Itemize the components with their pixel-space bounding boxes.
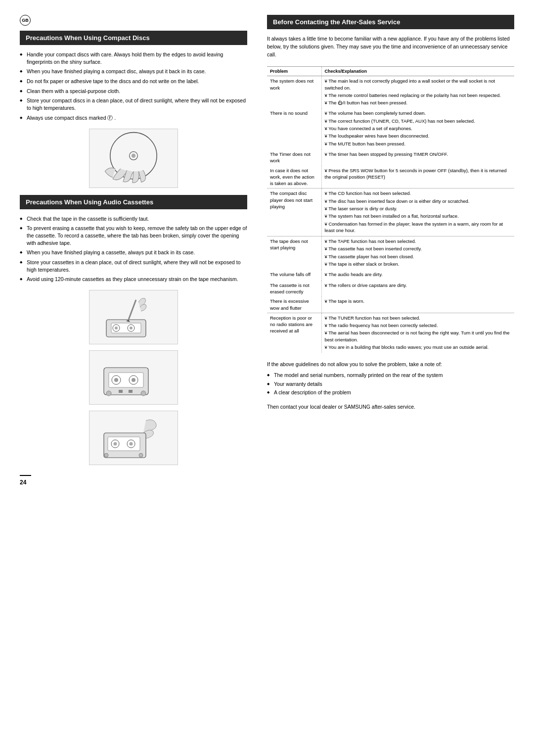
- check-item: The cassette has not been inserted corre…: [325, 245, 512, 252]
- check-item: The TUNER function has not been selected…: [325, 315, 512, 321]
- check-item: Press the SRS WOW button for 5 seconds i…: [325, 167, 512, 181]
- problem-cell: The tape does not start playing: [267, 236, 321, 270]
- cassette-svg-3: [91, 411, 176, 465]
- page-layout: GB Precautions When Using Compact Discs …: [20, 15, 514, 486]
- check-item: You have connected a set of earphones.: [325, 125, 512, 132]
- list-item: Avoid using 120-minute cassettes as they…: [20, 276, 247, 283]
- list-item: When you have finished playing a cassett…: [20, 249, 247, 256]
- svg-rect-17: [119, 390, 123, 393]
- problem-cell: The cassette is not erased correctly: [267, 281, 321, 297]
- table-row: The system does not work The main lead i…: [267, 76, 514, 109]
- check-item: The main lead is not correctly plugged i…: [325, 78, 512, 91]
- intro-text: It always takes a little time to become …: [267, 35, 514, 58]
- check-item: The rollers or drive capstans are dirty.: [325, 282, 512, 288]
- bottom-bullets: The model and serial numbers, normally p…: [267, 372, 514, 396]
- check-item: The TAPE function has not been selected.: [325, 238, 512, 244]
- cassette-svg-2: [91, 353, 176, 402]
- list-item: When you have finished playing a compact…: [20, 68, 247, 75]
- check-item: You are in a building that blocks radio …: [325, 344, 512, 350]
- check-item: The remote control batteries need replac…: [325, 92, 512, 98]
- svg-point-2: [132, 153, 135, 157]
- check-item: The aerial has been disconnected or is n…: [325, 330, 512, 343]
- table-row: The tape does not start playing The TAPE…: [267, 236, 514, 270]
- problem-cell: There is no sound: [267, 108, 321, 149]
- cassette-svg-1: [91, 292, 176, 342]
- right-column: Before Contacting the After-Sales Servic…: [267, 15, 514, 486]
- disc-illustration: [89, 129, 178, 188]
- checks-cell: The timer has been stopped by pressing T…: [321, 149, 514, 166]
- checks-cell: Press the SRS WOW button for 5 seconds i…: [321, 166, 514, 189]
- checks-cell: The tape is worn.: [321, 296, 514, 313]
- check-item: The correct function (TUNER, CD, TAPE, A…: [325, 118, 512, 124]
- svg-point-15: [114, 378, 118, 382]
- bottom-intro: If the above guidelines do not allow you…: [267, 361, 514, 369]
- problem-cell: In case it does not work, even the actio…: [267, 166, 321, 189]
- list-item: The model and serial numbers, normally p…: [267, 372, 514, 379]
- table-row: The Timer does not work The timer has be…: [267, 149, 514, 166]
- check-item: The ⏻/I button has not been pressed.: [325, 99, 512, 106]
- checks-cell: The volume has been completely turned do…: [321, 108, 514, 149]
- section1-header: Precautions When Using Compact Discs: [20, 31, 247, 45]
- left-column: GB Precautions When Using Compact Discs …: [20, 15, 247, 486]
- col-problem-header: Problem: [267, 67, 321, 76]
- check-item: The radio frequency has not been correct…: [325, 322, 512, 329]
- bottom-footer: Then contact your local dealer or SAMSUN…: [267, 403, 514, 411]
- svg-point-16: [132, 378, 135, 382]
- problem-cell: The Timer does not work: [267, 149, 321, 166]
- check-item: The tape is worn.: [325, 298, 512, 304]
- cassette-illustration-3: [89, 411, 178, 465]
- table-row: In case it does not work, even the actio…: [267, 166, 514, 189]
- problem-cell: The volume falls off: [267, 270, 321, 280]
- check-item: The tape is either slack or broken.: [325, 261, 512, 267]
- cassette-illustration-2: [89, 350, 178, 405]
- check-item: The cassette player has not been closed.: [325, 253, 512, 260]
- checks-cell: The TUNER function has not been selected…: [321, 313, 514, 353]
- svg-line-9: [129, 300, 136, 320]
- right-section-header: Before Contacting the After-Sales Servic…: [267, 15, 514, 29]
- table-row: There is excessive wow and flutter The t…: [267, 296, 514, 313]
- list-item: Do not fix paper or adhesive tape to the…: [20, 78, 247, 85]
- problem-cell: The compact disc player does not start p…: [267, 189, 321, 236]
- checks-cell: The main lead is not correctly plugged i…: [321, 76, 514, 109]
- check-item: The loudspeaker wires have been disconne…: [325, 133, 512, 139]
- check-item: The volume has been completely turned do…: [325, 110, 512, 116]
- check-item: Condensation has formed in the player; l…: [325, 221, 512, 234]
- problem-cell: There is excessive wow and flutter: [267, 296, 321, 313]
- list-item: Always use compact discs marked Ⓕ .: [20, 114, 247, 122]
- table-row: There is no sound The volume has been co…: [267, 108, 514, 149]
- svg-point-19: [106, 391, 111, 396]
- problem-cell: Reception is poor or no radio stations a…: [267, 313, 321, 353]
- disc-image-area: [20, 129, 247, 188]
- page-number: 24: [20, 475, 31, 486]
- table-row: Reception is poor or no radio stations a…: [267, 313, 514, 353]
- list-item: Your warranty details: [267, 380, 514, 388]
- table-row: The cassette is not erased correctly The…: [267, 281, 514, 297]
- svg-point-20: [141, 391, 146, 396]
- svg-point-28: [139, 453, 143, 457]
- disc-svg: [89, 129, 178, 188]
- list-item: Handle your compact discs with care. Alw…: [20, 51, 247, 65]
- list-item: Clean them with a special-purpose cloth.: [20, 88, 247, 95]
- checks-cell: The TAPE function has not been selected.…: [321, 236, 514, 270]
- list-item: To prevent erasing a cassette that you w…: [20, 225, 247, 246]
- list-item: Check that the tape in the cassette is s…: [20, 215, 247, 223]
- check-item: The laser sensor is dirty or dusty.: [325, 205, 512, 212]
- bottom-notes: If the above guidelines do not allow you…: [267, 361, 514, 411]
- list-item: Store your cassettes in a clean place, o…: [20, 259, 247, 273]
- list-item: Store your compact discs in a clean plac…: [20, 97, 247, 111]
- check-item: The audio heads are dirty.: [325, 271, 512, 278]
- check-item: The MUTE button has been pressed.: [325, 141, 512, 147]
- check-item: The timer has been stopped by pressing T…: [325, 151, 512, 157]
- problem-cell: The system does not work: [267, 76, 321, 109]
- section1-bullets: Handle your compact discs with care. Alw…: [20, 51, 247, 122]
- gb-badge: GB: [20, 15, 31, 26]
- svg-rect-18: [129, 390, 133, 393]
- checks-cell: The audio heads are dirty.: [321, 270, 514, 280]
- checks-cell: The rollers or drive capstans are dirty.: [321, 281, 514, 297]
- section2-header: Precautions When Using Audio Cassettes: [20, 195, 247, 209]
- svg-point-27: [104, 453, 108, 457]
- cassette-illustration-1: [89, 290, 178, 344]
- list-item: A clear description of the problem: [267, 389, 514, 396]
- check-item: The disc has been inserted face down or …: [325, 198, 512, 204]
- svg-point-26: [130, 442, 133, 446]
